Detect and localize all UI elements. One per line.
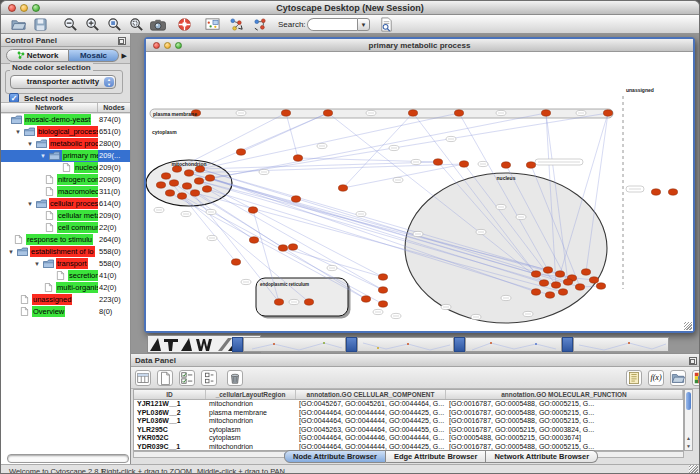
expand-arrow-icon[interactable]: ▼ <box>40 153 46 159</box>
graph-node-selected[interactable] <box>651 189 660 195</box>
graph-node-selected[interactable] <box>433 159 442 165</box>
graph-node-selected[interactable] <box>231 259 240 265</box>
graph-node-selected[interactable] <box>378 274 387 280</box>
table-column-header[interactable]: annotation.GO MOLECULAR_FUNCTION <box>446 390 683 399</box>
tab-overflow-arrow[interactable]: ▶ <box>122 52 127 60</box>
tree-row[interactable]: secretion41(0) <box>1 270 130 282</box>
tree-row[interactable]: ▼cellular process614(0) <box>1 198 130 210</box>
new-attribute-icon[interactable] <box>157 370 173 386</box>
tree-row[interactable]: cell communicat22(0) <box>1 222 130 234</box>
attribute-browser-tab[interactable]: Node Attribute Browser <box>284 450 386 463</box>
graph-node-selected[interactable] <box>541 110 550 116</box>
graph-node-selected[interactable] <box>668 189 677 195</box>
graph-node-selected[interactable] <box>545 292 554 298</box>
graph-edge[interactable] <box>286 113 298 158</box>
graph-node-selected[interactable] <box>558 289 567 295</box>
graph-node-selected[interactable] <box>454 110 463 116</box>
minimized-window-edge[interactable] <box>232 337 243 352</box>
network-window[interactable]: primary metabolic process plasma membran… <box>144 37 695 333</box>
graph-edge[interactable] <box>199 113 546 181</box>
table-column-header[interactable]: _cellularLayoutRegion <box>206 390 296 399</box>
graph-node-selected[interactable] <box>281 110 290 116</box>
graph-node-selected[interactable] <box>182 183 191 189</box>
tab-network[interactable]: Network <box>6 49 69 62</box>
tree-row[interactable]: cellular metabo209(0) <box>1 210 130 222</box>
graph-node-selected[interactable] <box>531 271 540 277</box>
zoom-selected-icon[interactable] <box>107 17 122 32</box>
expand-arrow-icon[interactable]: ▼ <box>27 141 33 147</box>
tree-row[interactable]: ▼primary metabo209(... <box>1 150 130 162</box>
tab-mosaic[interactable]: Mosaic <box>69 49 119 62</box>
network-canvas[interactable]: plasma membranecytoplasmmitochondrionnuc… <box>146 52 693 331</box>
table-column-header[interactable]: ID <box>134 390 206 399</box>
table-row[interactable]: YJR121W__1mitochondrion[GO:0045267, GO:0… <box>134 400 683 409</box>
close-button[interactable] <box>8 4 16 12</box>
help-icon[interactable] <box>177 17 192 32</box>
tree-row[interactable]: unassigned223(0) <box>1 294 130 306</box>
graph-node-selected[interactable] <box>293 155 302 161</box>
graph-node-selected[interactable] <box>563 279 572 285</box>
graph-node-selected[interactable] <box>459 161 468 167</box>
minimized-window-edge[interactable] <box>346 337 357 352</box>
zoom-fit-icon[interactable] <box>129 17 144 32</box>
graph-node-selected[interactable] <box>589 277 598 283</box>
graph-node-selected[interactable] <box>304 299 313 305</box>
network-window-resize-grip[interactable] <box>684 322 692 330</box>
tree-row[interactable]: ▼transport558(0) <box>1 258 130 270</box>
graph-node-selected[interactable] <box>575 284 584 290</box>
graph-node-selected[interactable] <box>526 162 535 168</box>
zoom-window-button[interactable] <box>32 4 40 12</box>
graph-node-selected[interactable] <box>581 269 590 275</box>
tree-row[interactable]: ▼metabolic process280(0) <box>1 138 130 150</box>
tree-row[interactable]: ▼establishment of lo558(0) <box>1 246 130 258</box>
table-vertical-scrollbar[interactable]: ▲ ▼ <box>684 389 693 451</box>
graph-node-selected[interactable] <box>236 149 245 155</box>
table-column-header[interactable]: annotation.GO CELLULAR_COMPONENT <box>296 390 446 399</box>
node-color-select[interactable]: transporter activity ▲▼ <box>10 75 116 89</box>
align-nodes-icon[interactable] <box>253 17 268 32</box>
graph-node-selected[interactable] <box>291 196 300 202</box>
birdseye-view-icon[interactable] <box>205 17 220 32</box>
tree-row[interactable]: response to stimulu264(0) <box>1 234 130 246</box>
graph-edge[interactable] <box>210 113 608 178</box>
graph-node-selected[interactable] <box>323 110 332 116</box>
expand-arrow-icon[interactable]: ▼ <box>27 201 33 207</box>
expand-arrow-icon[interactable]: ▼ <box>34 261 40 267</box>
graph-node-selected[interactable] <box>596 283 605 289</box>
graph-node-selected[interactable] <box>288 244 297 250</box>
snapshot-icon[interactable] <box>149 17 167 32</box>
graph-node-selected[interactable] <box>248 207 257 213</box>
graph-node-selected[interactable] <box>361 296 370 302</box>
table-row[interactable]: YPL036W__1mitochondrion[GO:0044464, GO:0… <box>134 417 683 426</box>
select-attributes-icon[interactable] <box>179 370 195 386</box>
unselect-attributes-icon[interactable] <box>201 370 217 386</box>
search-input[interactable] <box>307 18 357 31</box>
tree-row[interactable]: nucleobase-209(0) <box>1 162 130 174</box>
app-resize-grip[interactable] <box>689 465 698 474</box>
network-window-titlebar[interactable]: primary metabolic process <box>146 39 693 52</box>
attribute-grid-icon[interactable] <box>135 370 151 386</box>
graph-node-selected[interactable] <box>378 287 387 293</box>
graph-node-selected[interactable] <box>274 299 283 305</box>
notes-icon[interactable] <box>626 370 642 386</box>
heatmap-icon[interactable] <box>692 370 700 386</box>
tree-row[interactable]: multi-organism pro42(0) <box>1 282 130 294</box>
table-row[interactable]: YPL036W__2plasma membrane[GO:0044464, GO… <box>134 409 683 418</box>
float-data-panel-icon[interactable] <box>689 357 697 365</box>
graph-node-selected[interactable] <box>249 237 258 243</box>
graph-node-selected[interactable] <box>165 190 174 196</box>
tree-row[interactable]: Overview8(0) <box>1 306 130 318</box>
minimized-window-preview[interactable] <box>243 337 346 352</box>
graph-node-selected[interactable] <box>169 180 178 186</box>
graph-node-selected[interactable] <box>156 182 165 188</box>
minimized-window-edge[interactable] <box>454 337 465 352</box>
net-zoom-button[interactable] <box>175 42 182 49</box>
save-icon[interactable] <box>33 17 48 32</box>
graph-node-selected[interactable] <box>539 280 548 286</box>
layout-nodes-icon[interactable] <box>229 17 244 32</box>
net-close-button[interactable] <box>153 42 160 49</box>
graph-node-selected[interactable] <box>278 245 287 251</box>
attribute-browser-tab[interactable]: Network Attribute Browser <box>486 450 598 463</box>
graph-edge[interactable] <box>200 162 438 169</box>
minimized-window-edge[interactable] <box>562 337 573 352</box>
